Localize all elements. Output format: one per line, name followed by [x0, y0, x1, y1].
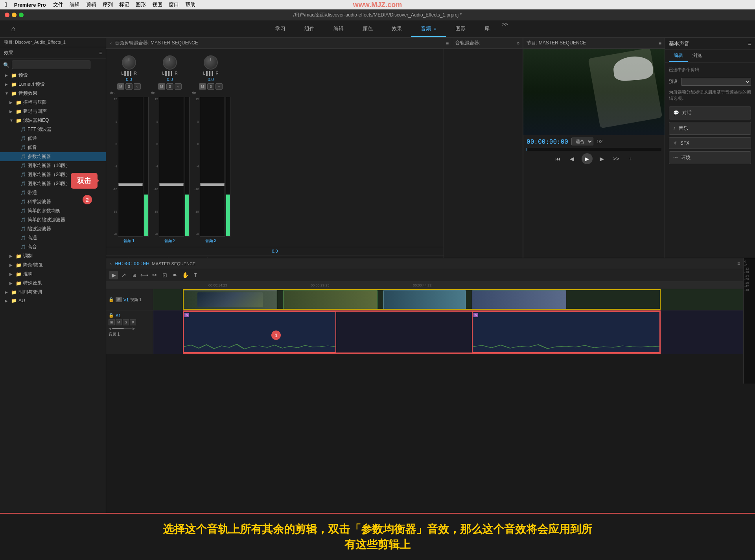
tree-item-reverb[interactable]: ▶ 📁 混响 — [0, 270, 106, 279]
tree-item-bass[interactable]: 🎵 低音 — [0, 143, 106, 152]
channel-2-record[interactable]: ○ — [175, 83, 182, 90]
pen-tool[interactable]: ✒ — [171, 271, 179, 279]
lock-icon[interactable]: 🔒 — [109, 297, 114, 302]
close-button[interactable] — [5, 13, 9, 17]
tree-item-simple-notch[interactable]: 🎵 简单的陷波滤波器 — [0, 215, 106, 224]
menu-window[interactable]: 窗口 — [169, 1, 179, 8]
menu-sequence[interactable]: 序列 — [103, 1, 113, 8]
channel-3-solo[interactable]: S — [207, 83, 214, 90]
tab-effects[interactable]: 效果 — [382, 21, 411, 37]
more-controls-button[interactable]: >> — [611, 154, 621, 163]
tree-item-au[interactable]: ▶ 📁 AU — [0, 297, 106, 305]
slip-tool[interactable]: ⊡ — [160, 271, 169, 279]
search-input[interactable] — [12, 61, 90, 69]
next-frame-button[interactable]: ▶ — [597, 154, 607, 163]
tree-item-audio-effects[interactable]: ▼ 📁 音频效果 — [0, 89, 106, 98]
fader-handle-2[interactable] — [159, 183, 184, 186]
video-clip-2[interactable] — [283, 290, 378, 310]
sfx-btn[interactable]: ✳ SFX — [669, 137, 751, 149]
ripple-tool[interactable]: ⊞ — [130, 271, 138, 279]
tree-item-notch[interactable]: 🎵 陷波滤波器 — [0, 224, 106, 233]
audio-s-btn[interactable]: S — [123, 319, 129, 325]
track-more[interactable]: » — [517, 40, 519, 46]
razor-tool[interactable]: ✂ — [150, 271, 159, 279]
channel-3-record[interactable]: ○ — [215, 83, 223, 90]
home-button[interactable]: ⌂ — [6, 22, 20, 36]
video-clip-3[interactable] — [383, 290, 466, 310]
tree-item-fft[interactable]: 🎵 FFT 滤波器 — [0, 125, 106, 134]
tree-item-special[interactable]: ▶ 📁 特殊效果 — [0, 279, 106, 288]
mixer-tab-menu[interactable]: ≡ — [446, 40, 449, 46]
basic-sound-menu[interactable]: ≡ — [748, 41, 751, 47]
tree-item-graphic-eq-10[interactable]: 🎵 图形均衡器（10段） — [0, 161, 106, 170]
more-tabs-button[interactable]: >> — [499, 21, 511, 37]
minimize-button[interactable] — [12, 13, 17, 17]
fader-track-2[interactable] — [159, 97, 184, 237]
type-tool[interactable]: T — [191, 271, 200, 279]
mic-btn[interactable]: 🎙 — [130, 319, 136, 325]
step-back-button[interactable]: ⏮ — [553, 154, 563, 163]
tree-item-time-pitch[interactable]: ▶ 📁 时间与变调 — [0, 288, 106, 297]
selection-tool[interactable]: ▶ — [109, 271, 118, 279]
menu-file[interactable]: 文件 — [53, 1, 63, 8]
audio-clip-1[interactable]: fx — [183, 311, 336, 353]
tree-item-amplitude[interactable]: ▶ 📁 振幅与压限 — [0, 98, 106, 107]
tree-item-filter-eq[interactable]: ▼ 📁 滤波器和EQ — [0, 116, 106, 125]
fit-dropdown[interactable]: 适合 — [571, 138, 593, 145]
play-button[interactable]: ▶ — [582, 153, 593, 164]
menu-graphics[interactable]: 图形 — [136, 1, 146, 8]
preset-dropdown[interactable] — [681, 78, 751, 86]
channel-3-knob[interactable] — [204, 55, 218, 70]
tree-item-lumetri[interactable]: ▶ 📁 Lumetri 预设 — [0, 80, 106, 89]
channel-1-mute[interactable]: M — [117, 83, 124, 90]
lock-icon-audio[interactable]: 🔒 — [109, 313, 114, 318]
channel-2-mute[interactable]: M — [158, 83, 165, 90]
menu-marker[interactable]: 标记 — [119, 1, 129, 8]
tab-learn[interactable]: 学习 — [266, 21, 295, 37]
channel-1-knob[interactable] — [122, 55, 136, 70]
tab-assembly[interactable]: 组件 — [295, 21, 324, 37]
track-sync-lock[interactable]: ⊞ — [116, 297, 122, 302]
channel-3-mute[interactable]: M — [199, 83, 206, 90]
audio-m-btn[interactable]: M — [116, 319, 122, 325]
apple-menu[interactable]:  — [5, 1, 7, 8]
channel-2-solo[interactable]: S — [166, 83, 173, 90]
rate-stretch-tool[interactable]: ⟺ — [140, 271, 149, 279]
add-marker-button[interactable]: + — [626, 154, 635, 163]
vol-track[interactable] — [112, 328, 132, 329]
fader-track-1[interactable] — [118, 97, 143, 237]
fader-handle-1[interactable] — [118, 183, 143, 186]
tree-item-denoise[interactable]: ▶ 📁 降杂/恢复 — [0, 261, 106, 270]
tree-item-treble[interactable]: 🎵 高音 — [0, 242, 106, 252]
bs-tab-edit[interactable]: 编辑 — [669, 50, 688, 62]
fader-handle-3[interactable] — [200, 183, 225, 186]
menu-edit[interactable]: 编辑 — [70, 1, 80, 8]
hand-tool[interactable]: ✋ — [181, 271, 190, 279]
channel-2-knob[interactable] — [163, 55, 177, 70]
tree-item-delay[interactable]: ▶ 📁 延迟与回声 — [0, 107, 106, 116]
tree-item-presets[interactable]: ▶ 📁 预设 — [0, 71, 106, 80]
monitor-tab-menu[interactable]: ≡ — [659, 40, 661, 46]
prev-frame-button[interactable]: ◀ — [567, 154, 577, 163]
panel-menu-icon[interactable]: ≡ — [99, 50, 102, 56]
channel-1-record[interactable]: ○ — [134, 83, 141, 90]
track-select-tool[interactable]: ↗ — [120, 271, 128, 279]
timeline-menu[interactable]: ≡ — [737, 261, 740, 266]
menu-clip[interactable]: 剪辑 — [86, 1, 96, 8]
tree-item-lowpass[interactable]: 🎵 低通 — [0, 134, 106, 143]
menu-help[interactable]: 帮助 — [185, 1, 195, 8]
video-clip-1[interactable] — [183, 290, 277, 310]
tree-item-parametric-eq[interactable]: 🎵 参数均衡器 — [0, 152, 106, 161]
timeline-close[interactable]: × — [109, 261, 112, 266]
video-clip-4[interactable] — [472, 290, 566, 310]
menu-view[interactable]: 视图 — [152, 1, 162, 8]
fader-track-3[interactable] — [200, 97, 225, 237]
tree-item-modulation[interactable]: ▶ 📁 调制 — [0, 252, 106, 261]
tab-audio[interactable]: 音频 ≡ — [411, 21, 446, 37]
audio-clip-2[interactable]: fx — [472, 311, 661, 353]
audio-sync-btn[interactable]: ⊞ — [109, 319, 115, 325]
tree-item-simple-parametric[interactable]: 🎵 简单的参数均衡 — [0, 206, 106, 215]
channel-1-solo[interactable]: S — [125, 83, 133, 90]
dialog-btn[interactable]: 💬 对话 — [669, 106, 751, 119]
maximize-button[interactable] — [19, 13, 24, 17]
